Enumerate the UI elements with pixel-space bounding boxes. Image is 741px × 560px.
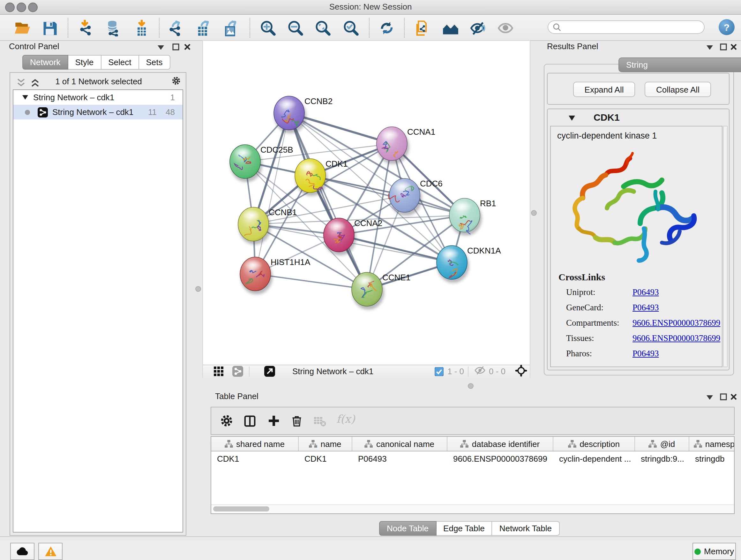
show-all-eye-icon[interactable] (496, 19, 515, 37)
crosslink-row: Pharos:P06493 (566, 349, 719, 359)
table-panel-title: Table Panel (215, 391, 259, 401)
network-collection-row[interactable]: String Network – cdk1 1 (13, 90, 183, 105)
column-header-description[interactable]: description (553, 437, 635, 451)
right-splitter-handle[interactable] (531, 210, 537, 216)
panel-menu-icon[interactable] (156, 43, 165, 52)
crosslink-link[interactable]: P06493 (632, 287, 659, 298)
export-table-icon[interactable] (194, 19, 212, 37)
save-session-icon[interactable] (41, 19, 59, 37)
refresh-icon[interactable] (378, 19, 396, 37)
network-row-selected[interactable]: String Network – cdk1 11 48 (13, 105, 183, 119)
crosslink-link[interactable]: P06493 (632, 303, 659, 313)
zoom-fit-icon[interactable] (314, 19, 332, 37)
network-graph[interactable]: CCNB2CCNA1CDC25BCDK1CDC6RB1CCNB1CCNA2CDK… (203, 41, 530, 365)
expand-all-button[interactable]: Expand All (573, 82, 635, 97)
node-CDK1[interactable]: CDK1 (295, 159, 347, 196)
column-header-canonical-name[interactable]: canonical name (352, 437, 448, 451)
crosslink-link[interactable]: P06493 (632, 349, 659, 359)
crosslink-link[interactable]: 9606.ENSP00000378699 (632, 318, 720, 328)
column-header-name[interactable]: name (299, 437, 352, 451)
zoom-selected-icon[interactable] (342, 19, 360, 37)
node-label-HIST1H1A: HIST1H1A (271, 257, 311, 267)
panel-float-icon[interactable] (719, 392, 728, 401)
tab-node-table[interactable]: Node Table (379, 521, 436, 536)
open-in-window-icon[interactable] (260, 362, 278, 380)
table-options-gear-icon[interactable] (218, 412, 235, 430)
panel-float-icon[interactable] (719, 42, 728, 51)
panel-close-icon[interactable] (183, 42, 192, 51)
section-collapse-icon[interactable] (569, 116, 575, 121)
tab-select[interactable]: Select (100, 55, 139, 70)
panel-menu-icon[interactable] (705, 43, 714, 52)
results-panel: Results Panel String Expand All Collapse… (538, 40, 738, 379)
tree-expander-icon[interactable] (22, 95, 28, 100)
gene-details: cyclin-dependent kinase 1 (550, 126, 723, 367)
help-button[interactable]: ? (719, 19, 735, 35)
search-input[interactable] (561, 22, 691, 32)
crosslink-row: Tissues:9606.ENSP00000378699 (566, 333, 719, 344)
node-CDKN1A[interactable]: CDKN1A (436, 246, 501, 283)
panel-close-icon[interactable] (729, 392, 738, 401)
import-database-icon[interactable] (104, 19, 122, 37)
column-header-shared-name[interactable]: shared name (211, 437, 299, 451)
zoom-out-icon[interactable] (286, 19, 305, 37)
panel-close-icon[interactable] (729, 42, 738, 51)
results-scrollbar[interactable] (723, 126, 728, 367)
cloud-status-button[interactable] (10, 543, 35, 560)
node-RB1[interactable]: RB1 (449, 198, 496, 236)
column-header-namespace[interactable]: namespace (689, 437, 735, 451)
column-header-database-identifier[interactable]: database identifier (448, 437, 553, 451)
search-box[interactable] (548, 20, 704, 34)
home-browser-icon[interactable] (442, 19, 460, 37)
tab-edge-table[interactable]: Edge Table (435, 521, 492, 536)
table-cell[interactable]: P06493 (352, 451, 448, 465)
table-cell[interactable]: cyclin-dependent ... (553, 451, 635, 465)
memory-button[interactable]: Memory (692, 543, 736, 560)
panel-menu-icon[interactable] (705, 393, 714, 401)
table-h-scrollbar[interactable] (211, 504, 734, 513)
network-options-gear-icon[interactable] (172, 76, 181, 85)
zoom-in-icon[interactable] (259, 19, 277, 37)
panel-float-icon[interactable] (171, 42, 180, 51)
table-row[interactable]: CDK1CDK1P064939606.ENSP00000378699cyclin… (211, 451, 734, 465)
warnings-button[interactable] (38, 543, 63, 560)
fit-selected-crosshair-icon[interactable] (512, 361, 530, 379)
selected-checkbox-icon[interactable] (434, 367, 444, 378)
tab-string[interactable]: String (618, 57, 741, 72)
table-cell[interactable]: stringdb (689, 451, 735, 465)
network-type-icon (38, 107, 48, 117)
hide-selected-eye-icon[interactable] (469, 19, 487, 37)
collapse-all-button[interactable]: Collapse All (645, 82, 711, 97)
import-table-icon[interactable] (133, 19, 151, 37)
create-column-plus-icon[interactable] (265, 412, 283, 430)
birdseye-grid-icon[interactable] (209, 362, 227, 380)
import-network-icon[interactable] (77, 19, 95, 37)
table-cell[interactable]: 9606.ENSP00000378699 (448, 451, 553, 465)
tab-network-table[interactable]: Network Table (492, 521, 559, 536)
current-network-name: String Network – cdk1 (292, 367, 374, 376)
table-cell[interactable]: CDK1 (211, 451, 299, 465)
table-cell[interactable]: CDK1 (299, 451, 352, 465)
tab-style[interactable]: Style (67, 55, 101, 70)
left-splitter-handle[interactable] (195, 286, 201, 292)
open-file-icon[interactable] (13, 19, 31, 37)
node-CCNB2[interactable]: CCNB2 (274, 96, 333, 133)
node-HIST1H1A[interactable]: HIST1H1A (240, 257, 311, 294)
crosslink-label: Tissues: (566, 333, 632, 344)
column-header-id[interactable]: @id (635, 437, 689, 451)
edge-CCNB2-HIST1H1A[interactable] (255, 113, 289, 274)
tab-sets[interactable]: Sets (138, 55, 170, 70)
table-cell[interactable]: stringdb:9... (635, 451, 689, 465)
export-network-icon[interactable] (166, 19, 185, 37)
tab-network[interactable]: Network (22, 55, 68, 70)
show-columns-icon[interactable] (241, 412, 259, 430)
crosslink-link[interactable]: 9606.ENSP00000378699 (632, 333, 720, 344)
node-CDC25B[interactable]: CDC25B (230, 145, 293, 182)
delete-column-trash-icon[interactable] (288, 412, 306, 430)
bottom-splitter-handle[interactable] (468, 383, 474, 389)
copy-network-icon[interactable] (413, 19, 431, 37)
scrollbar-thumb[interactable] (213, 506, 269, 511)
network-badge-icon[interactable] (228, 362, 246, 380)
network-view[interactable]: CCNB2CCNA1CDC25BCDK1CDC6RB1CCNB1CCNA2CDK… (202, 40, 530, 378)
export-image-icon[interactable] (221, 19, 239, 37)
